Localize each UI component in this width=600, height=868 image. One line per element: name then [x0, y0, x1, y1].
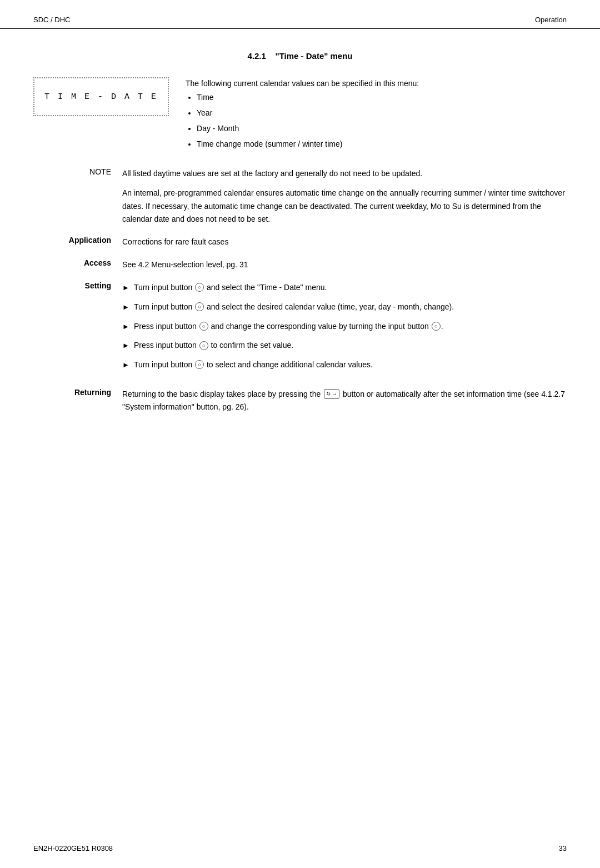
footer-left: EN2H-0220GE51 R0308	[33, 844, 113, 852]
note-row: NOTE All listed daytime values are set a…	[33, 167, 567, 225]
setting-label: Setting	[33, 281, 122, 290]
bullet-year: Year	[197, 105, 567, 121]
page: SDC / DHC Operation 4.2.1 "Time - Date" …	[0, 0, 600, 868]
page-header: SDC / DHC Operation	[0, 0, 600, 29]
section-heading: "Time - Date" menu	[276, 51, 353, 61]
footer-right: 33	[559, 844, 567, 852]
bullet-time-change: Time change mode (summer / winter time)	[197, 136, 567, 152]
setting-content: ► Turn input button ○ and select the "Ti…	[122, 281, 567, 378]
main-content: 4.2.1 "Time - Date" menu T I M E - D A T…	[0, 29, 600, 446]
setting-item-1: ► Turn input button ○ and select the "Ti…	[122, 281, 567, 294]
setting-text-5: Turn input button ○ to select and change…	[134, 358, 373, 371]
input-btn-icon-4: ○	[199, 341, 208, 350]
setting-text-1: Turn input button ○ and select the "Time…	[134, 281, 327, 293]
setting-item-2: ► Turn input button ○ and select the des…	[122, 301, 567, 313]
note-content: All listed daytime values are set at the…	[122, 167, 567, 225]
section-title: 4.2.1 "Time - Date" menu	[33, 51, 567, 61]
arrow-icon-4: ►	[122, 340, 129, 352]
intro-paragraph: The following current calendar values ca…	[186, 77, 567, 89]
note-text1: All listed daytime values are set at the…	[122, 167, 567, 180]
input-btn-icon-2: ○	[195, 302, 204, 311]
setting-row: Setting ► Turn input button ○ and select…	[33, 281, 567, 378]
setting-text-4: Press input button ○ to confirm the set …	[134, 339, 293, 351]
setting-text-2: Turn input button ○ and select the desir…	[134, 301, 454, 313]
setting-item-3: ► Press input button ○ and change the co…	[122, 320, 567, 333]
bullet-day-month: Day - Month	[197, 121, 567, 136]
application-row: Application Corrections for rare fault c…	[33, 236, 567, 248]
setting-item-5: ► Turn input button ○ to select and chan…	[122, 358, 567, 371]
bullet-time: Time	[197, 89, 567, 105]
note-text2: An internal, pre-programmed calendar ens…	[122, 187, 567, 225]
returning-label: Returning	[33, 388, 122, 397]
arrow-icon-5: ►	[122, 360, 129, 371]
application-content: Corrections for rare fault cases	[122, 236, 567, 248]
access-content: See 4.2 Menu-selection level, pg. 31	[122, 258, 567, 271]
returning-content: Returning to the basic display takes pla…	[122, 388, 567, 413]
returning-text-part1: Returning to the basic display takes pla…	[122, 390, 323, 398]
setting-list: ► Turn input button ○ and select the "Ti…	[122, 281, 567, 371]
input-btn-icon-5: ○	[195, 360, 204, 369]
intro-text-block: The following current calendar values ca…	[186, 77, 567, 152]
returning-row: Returning Returning to the basic display…	[33, 388, 567, 413]
page-footer: EN2H-0220GE51 R0308 33	[33, 844, 567, 852]
arrow-icon-1: ►	[122, 282, 129, 294]
lcd-display: T I M E - D A T E	[33, 77, 169, 116]
note-label: NOTE	[33, 167, 122, 176]
setting-item-4: ► Press input button ○ to confirm the se…	[122, 339, 567, 352]
setting-text-3: Press input button ○ and change the corr…	[134, 320, 443, 332]
intro-bullets: Time Year Day - Month Time change mode (…	[197, 89, 567, 152]
return-btn-icon: ↻ →	[324, 389, 339, 400]
application-label: Application	[33, 236, 122, 245]
intro-row: T I M E - D A T E The following current …	[33, 77, 567, 152]
lcd-text: T I M E - D A T E	[44, 92, 158, 102]
input-btn-icon-3: ○	[199, 322, 208, 331]
input-btn-icon-1: ○	[195, 283, 204, 292]
header-right: Operation	[535, 16, 567, 24]
access-label: Access	[33, 258, 122, 267]
arrow-icon-2: ►	[122, 302, 129, 313]
section-number: 4.2.1	[247, 51, 266, 61]
header-left: SDC / DHC	[33, 16, 70, 24]
access-row: Access See 4.2 Menu-selection level, pg.…	[33, 258, 567, 271]
arrow-icon-3: ►	[122, 321, 129, 333]
input-btn-icon-3b: ○	[432, 322, 441, 331]
